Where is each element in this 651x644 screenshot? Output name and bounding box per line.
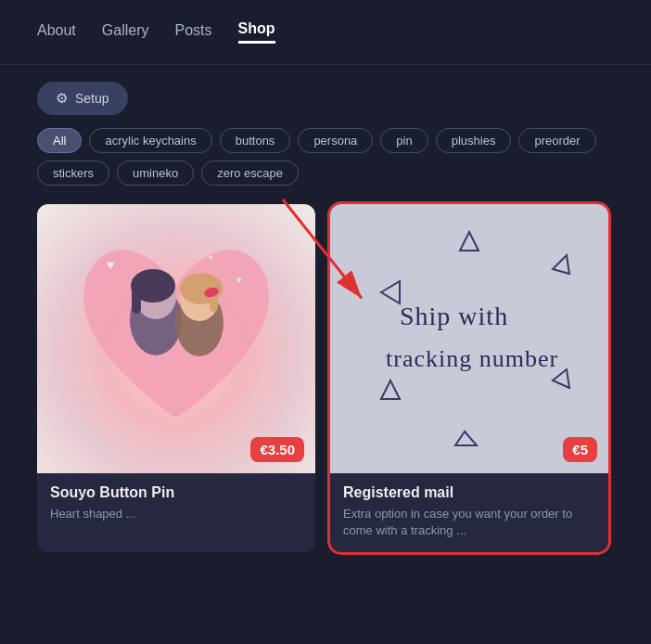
svg-text:♥: ♥ bbox=[107, 257, 114, 272]
svg-text:♥: ♥ bbox=[209, 253, 213, 262]
filter-tag-persona[interactable]: persona bbox=[298, 128, 373, 153]
card-description: Heart shaped ... bbox=[50, 506, 302, 522]
card-souyo-button-pin[interactable]: ♥ ♥ ♥ €3.50Souyo Button PinHeart shape bbox=[37, 204, 315, 552]
filter-tag-zero-escape[interactable]: zero escape bbox=[201, 161, 299, 186]
card-description: Extra option in case you want your order… bbox=[343, 506, 595, 539]
svg-marker-16 bbox=[553, 369, 569, 388]
card-title: Souyo Button Pin bbox=[50, 484, 302, 501]
svg-marker-15 bbox=[381, 380, 400, 399]
card-registered-mail[interactable]: Ship with tracking number €5Registered m… bbox=[330, 204, 608, 552]
filter-tag-stickers[interactable]: stickers bbox=[37, 161, 109, 186]
svg-marker-13 bbox=[381, 281, 400, 303]
filter-tag-plushies[interactable]: plushies bbox=[436, 128, 512, 153]
svg-text:♥: ♥ bbox=[236, 275, 242, 285]
gear-icon: ⚙ bbox=[56, 90, 68, 107]
setup-button[interactable]: ⚙ Setup bbox=[37, 82, 128, 115]
card-title: Registered mail bbox=[343, 484, 595, 501]
filter-tag-All[interactable]: All bbox=[37, 128, 82, 153]
cards-area: ♥ ♥ ♥ €3.50Souyo Button PinHeart shape bbox=[0, 195, 651, 571]
svg-marker-14 bbox=[553, 255, 569, 274]
nav-shop[interactable]: Shop bbox=[238, 20, 275, 44]
filter-tag-buttons[interactable]: buttons bbox=[220, 128, 291, 153]
nav-posts[interactable]: Posts bbox=[175, 22, 212, 43]
souyo-card-image: ♥ ♥ ♥ €3.50 bbox=[37, 204, 315, 473]
filter-tag-preorder[interactable]: preorder bbox=[518, 128, 595, 153]
svg-text:tracking number: tracking number bbox=[386, 345, 558, 372]
price-badge: €3.50 bbox=[250, 437, 304, 462]
svg-text:Ship with: Ship with bbox=[400, 302, 508, 330]
setup-label: Setup bbox=[75, 91, 109, 106]
filter-tag-acrylic-keychains[interactable]: acrylic keychains bbox=[89, 128, 211, 153]
nav-gallery[interactable]: Gallery bbox=[102, 22, 149, 43]
svg-marker-17 bbox=[455, 431, 477, 445]
registered-card-image: Ship with tracking number €5 bbox=[330, 204, 608, 473]
filter-tags: Allacrylic keychainsbuttonspersonapinplu… bbox=[0, 128, 651, 195]
svg-rect-6 bbox=[132, 286, 141, 314]
main-nav: About Gallery Posts Shop bbox=[0, 0, 651, 65]
svg-marker-12 bbox=[460, 232, 479, 251]
registered-illustration: Ship with tracking number bbox=[330, 204, 608, 473]
nav-about[interactable]: About bbox=[37, 22, 76, 43]
filter-tag-pin[interactable]: pin bbox=[380, 128, 428, 153]
souyo-illustration: ♥ ♥ ♥ bbox=[56, 213, 297, 464]
price-badge: €5 bbox=[563, 437, 597, 462]
filter-tag-umineko[interactable]: umineko bbox=[117, 161, 194, 186]
setup-area: ⚙ Setup bbox=[0, 65, 651, 128]
